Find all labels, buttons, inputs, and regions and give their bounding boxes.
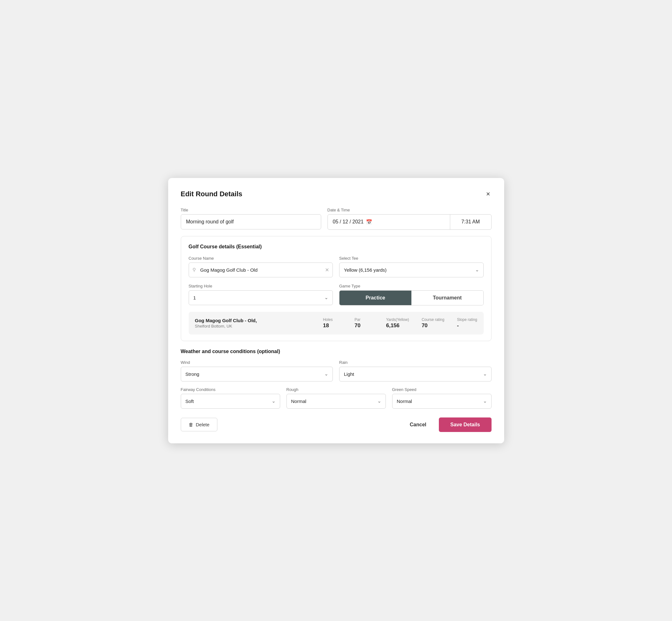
green-speed-select-wrap: SlowNormalFast ⌄	[392, 394, 492, 409]
starting-hole-label: Starting Hole	[189, 284, 333, 288]
par-value: 70	[354, 323, 361, 329]
delete-button[interactable]: 🗑 Delete	[181, 418, 217, 431]
title-datetime-row: Title Date & Time 05 / 12 / 2021 📅 7:31 …	[181, 208, 492, 230]
rain-select-wrap: NoneLightModerateHeavy ⌄	[339, 367, 492, 381]
title-input[interactable]	[181, 214, 321, 230]
wind-group: Wind NoneLightModerateStrong ⌄	[181, 360, 333, 381]
select-tee-wrap: Yellow (6,156 yards) White Red Blue ⌄	[339, 262, 484, 277]
slope-rating-value: -	[457, 323, 459, 329]
select-tee-label: Select Tee	[339, 256, 484, 261]
time-value: 7:31 AM	[461, 219, 480, 225]
close-button[interactable]: ×	[485, 189, 492, 199]
rain-group: Rain NoneLightModerateHeavy ⌄	[339, 360, 492, 381]
course-rating-value: 70	[421, 323, 427, 329]
course-name-group: Course Name ⚲ ✕	[189, 256, 333, 277]
slope-rating-stat: Slope rating -	[457, 318, 477, 329]
fairway-group: Fairway Conditions SoftNormalHard ⌄	[181, 387, 280, 409]
holes-value: 18	[323, 323, 329, 329]
rough-label: Rough	[287, 387, 386, 392]
par-label: Par	[354, 318, 361, 322]
wind-select-wrap: NoneLightModerateStrong ⌄	[181, 367, 333, 381]
date-time-group: 05 / 12 / 2021 📅 7:31 AM	[328, 214, 492, 230]
time-part[interactable]: 7:31 AM	[450, 215, 491, 230]
course-rating-stat: Course rating 70	[421, 318, 444, 329]
starting-hole-wrap: 1234 5678 910 ⌄	[189, 290, 333, 305]
edit-round-modal: Edit Round Details × Title Date & Time 0…	[168, 178, 504, 443]
search-icon: ⚲	[193, 267, 196, 273]
delete-label: Delete	[196, 422, 209, 427]
calendar-icon: 📅	[366, 219, 372, 225]
golf-course-section: Golf Course details (Essential) Course N…	[181, 236, 492, 341]
course-info-bar: Gog Magog Golf Club - Old, Shelford Bott…	[189, 312, 484, 334]
wind-rain-row: Wind NoneLightModerateStrong ⌄ Rain None…	[181, 360, 492, 381]
save-button[interactable]: Save Details	[439, 417, 491, 432]
tournament-toggle-button[interactable]: Tournament	[411, 291, 483, 305]
course-name-input[interactable]	[189, 262, 333, 277]
date-part[interactable]: 05 / 12 / 2021 📅	[328, 215, 450, 230]
rough-select-wrap: ShortNormalLong ⌄	[287, 394, 386, 409]
yards-label: Yards(Yellow)	[386, 318, 409, 322]
yards-value: 6,156	[386, 323, 400, 329]
rain-dropdown[interactable]: NoneLightModerateHeavy	[339, 367, 492, 381]
modal-header: Edit Round Details ×	[181, 189, 492, 199]
course-info-name: Gog Magog Golf Club - Old, Shelford Bott…	[195, 318, 310, 329]
fairway-select-wrap: SoftNormalHard ⌄	[181, 394, 280, 409]
slope-rating-label: Slope rating	[457, 318, 477, 322]
trash-icon: 🗑	[189, 422, 194, 427]
rain-label: Rain	[339, 360, 492, 365]
course-name-label: Course Name	[189, 256, 333, 261]
fairway-rough-green-row: Fairway Conditions SoftNormalHard ⌄ Roug…	[181, 387, 492, 409]
holes-stat: Holes 18	[323, 318, 342, 329]
course-location-display: Shelford Bottom, UK	[195, 324, 310, 329]
fairway-label: Fairway Conditions	[181, 387, 280, 392]
clear-icon[interactable]: ✕	[325, 267, 329, 273]
date-value: 05 / 12 / 2021	[333, 219, 364, 225]
green-speed-group: Green Speed SlowNormalFast ⌄	[392, 387, 492, 409]
course-rating-label: Course rating	[421, 318, 444, 322]
modal-title: Edit Round Details	[181, 190, 243, 198]
game-type-label: Game Type	[339, 284, 484, 288]
modal-footer: 🗑 Delete Cancel Save Details	[181, 417, 492, 432]
datetime-field-group: Date & Time 05 / 12 / 2021 📅 7:31 AM	[328, 208, 492, 230]
golf-course-title: Golf Course details (Essential)	[189, 244, 484, 250]
course-name-search-wrap: ⚲ ✕	[189, 262, 333, 277]
hole-gametype-row: Starting Hole 1234 5678 910 ⌄ Game Type …	[189, 284, 484, 305]
rough-dropdown[interactable]: ShortNormalLong	[287, 394, 386, 409]
green-speed-label: Green Speed	[392, 387, 492, 392]
par-stat: Par 70	[354, 318, 374, 329]
cancel-button[interactable]: Cancel	[404, 418, 432, 431]
conditions-section: Weather and course conditions (optional)…	[181, 349, 492, 409]
practice-toggle-button[interactable]: Practice	[339, 291, 411, 305]
fairway-dropdown[interactable]: SoftNormalHard	[181, 394, 280, 409]
game-type-toggle: Practice Tournament	[339, 290, 484, 305]
course-name-display: Gog Magog Golf Club - Old,	[195, 318, 310, 323]
conditions-title: Weather and course conditions (optional)	[181, 349, 492, 355]
starting-hole-dropdown[interactable]: 1234 5678 910	[189, 290, 333, 305]
select-tee-dropdown[interactable]: Yellow (6,156 yards) White Red Blue	[339, 262, 484, 277]
footer-right: Cancel Save Details	[404, 417, 492, 432]
wind-dropdown[interactable]: NoneLightModerateStrong	[181, 367, 333, 381]
title-label: Title	[181, 208, 321, 212]
title-field-group: Title	[181, 208, 321, 230]
rough-group: Rough ShortNormalLong ⌄	[287, 387, 386, 409]
holes-label: Holes	[323, 318, 333, 322]
green-speed-dropdown[interactable]: SlowNormalFast	[392, 394, 492, 409]
yards-stat: Yards(Yellow) 6,156	[386, 318, 409, 329]
game-type-group: Game Type Practice Tournament	[339, 284, 484, 305]
wind-label: Wind	[181, 360, 333, 365]
starting-hole-group: Starting Hole 1234 5678 910 ⌄	[189, 284, 333, 305]
datetime-label: Date & Time	[328, 208, 492, 212]
course-tee-row: Course Name ⚲ ✕ Select Tee Yellow (6,156…	[189, 256, 484, 277]
select-tee-group: Select Tee Yellow (6,156 yards) White Re…	[339, 256, 484, 277]
